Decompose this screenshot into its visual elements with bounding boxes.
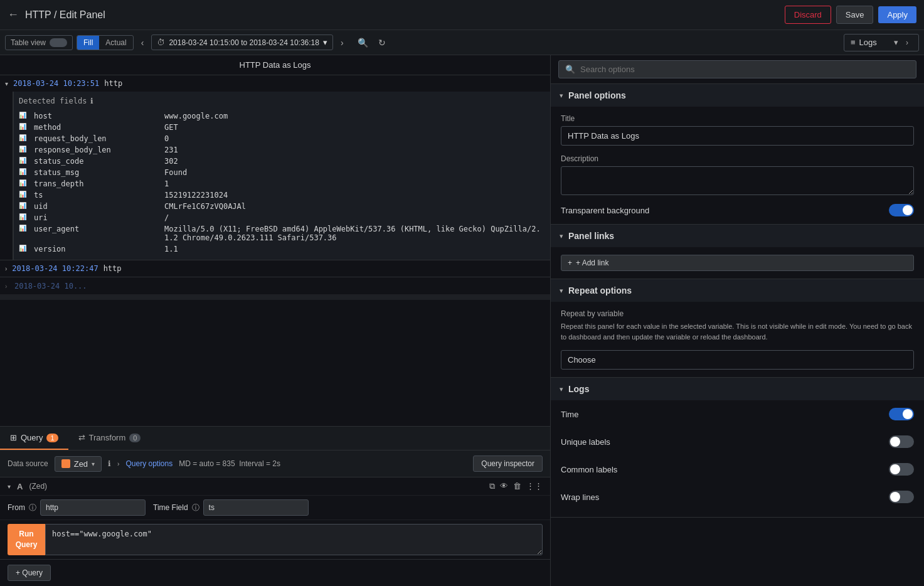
logs-time-toggle[interactable] — [889, 408, 914, 420]
title-form-group: Title — [561, 114, 914, 146]
description-input[interactable] — [561, 166, 914, 195]
discard-button[interactable]: Discard — [785, 6, 831, 24]
field-name: uid — [34, 202, 159, 211]
panel-links-header[interactable]: ▾ Panel links — [551, 225, 924, 247]
table-view-toggle[interactable] — [50, 38, 67, 47]
bar-chart-icon: 📊 — [19, 202, 29, 209]
query-meta: MD = auto = 835 Interval = 2s — [179, 459, 280, 468]
panel-content: HTTP Data as Logs ▾ 2018-03-24 10:23:51 … — [0, 55, 550, 426]
bar-chart-icon: 📊 — [19, 112, 29, 119]
logs-unique-labels-toggle[interactable] — [889, 435, 914, 448]
time-field-input[interactable] — [203, 499, 309, 516]
field-value: 1 — [164, 179, 545, 188]
repeat-options-content: Repeat by variable Repeat this panel for… — [551, 302, 924, 377]
tab-transform-badge: 0 — [129, 434, 141, 442]
fill-actual-control[interactable]: Fill Actual — [77, 35, 134, 50]
prev-time-button[interactable]: ‹ — [137, 36, 148, 49]
transparent-bg-toggle[interactable] — [889, 204, 914, 216]
field-row: 📊 method GET — [19, 122, 545, 133]
search-options-input[interactable] — [580, 65, 910, 74]
logs-section-title: Logs — [568, 384, 589, 394]
time-field-info-icon[interactable]: ⓘ — [192, 503, 199, 513]
field-row: 📊 status_code 302 — [19, 156, 545, 167]
actual-button[interactable]: Actual — [99, 36, 132, 50]
clock-icon: ⏱ — [157, 38, 165, 47]
repeat-by-variable-group: Repeat by variable Repeat this panel for… — [561, 309, 914, 370]
table-view-label: Table view — [11, 38, 46, 47]
field-name: trans_depth — [34, 179, 159, 188]
datasource-selector[interactable]: Zed ▾ — [55, 456, 102, 472]
log-entry-partial: › 2018-03-24 10... — [0, 277, 550, 295]
table-view-toggle-container[interactable]: Table view — [5, 35, 73, 50]
drag-query-icon[interactable]: ⋮⋮ — [526, 481, 543, 491]
field-name: uri — [34, 213, 159, 222]
back-icon[interactable]: ← — [8, 8, 19, 21]
query-a-actions: ⧉ 👁 🗑 ⋮⋮ — [489, 481, 543, 491]
logs-section-header[interactable]: ▾ Logs — [551, 378, 924, 400]
tab-transform-label: Transform — [89, 433, 126, 442]
visualization-selector[interactable]: ≡ Logs ▾ › — [844, 34, 919, 51]
tab-query[interactable]: ⊞ Query 1 — [0, 427, 68, 450]
time-range-picker[interactable]: ⏱ 2018-03-24 10:15:00 to 2018-03-24 10:3… — [151, 35, 333, 50]
field-value: 15219122231024 — [164, 191, 545, 200]
from-info-icon[interactable]: ⓘ — [29, 503, 36, 513]
repeat-options-title: Repeat options — [568, 285, 632, 296]
repeat-options-header[interactable]: ▾ Repeat options — [551, 279, 924, 302]
bar-chart-icon: 📊 — [19, 191, 29, 198]
main-layout: HTTP Data as Logs ▾ 2018-03-24 10:23:51 … — [0, 55, 924, 586]
run-query-button[interactable]: RunQuery — [8, 524, 45, 555]
logs-unique-labels-label: Unique labels — [561, 437, 610, 447]
query-a-collapse-arrow[interactable]: ▾ — [8, 483, 11, 490]
logs-common-labels-toggle[interactable] — [889, 463, 914, 476]
add-query-button[interactable]: + Query — [8, 565, 51, 581]
panel-options-header[interactable]: ▾ Panel options — [551, 84, 924, 107]
logs-wrap-lines-toggle[interactable] — [889, 491, 914, 503]
field-value: 231 — [164, 146, 545, 154]
datasource-name: Zed — [74, 459, 88, 469]
copy-query-icon[interactable]: ⧉ — [489, 481, 495, 491]
panel-display-title: HTTP Data as Logs — [240, 60, 311, 70]
query-options-link[interactable]: Query options — [125, 459, 173, 468]
delete-query-icon[interactable]: 🗑 — [513, 481, 521, 491]
bar-chart-icon: 📊 — [19, 134, 29, 141]
logs-wrap-lines-label: Wrap lines — [561, 493, 599, 502]
refresh-button[interactable]: ↻ — [374, 36, 390, 49]
viz-expand-button[interactable]: › — [902, 37, 912, 48]
log-expanded-1: Detected fields ℹ 📊 host www.google.com … — [13, 92, 550, 260]
logs-common-labels-row: Common labels — [561, 463, 914, 476]
logs-time-row: Time — [561, 408, 914, 420]
field-row: 📊 user_agent Mozilla/5.0 (X11; FreeBSD a… — [19, 223, 545, 243]
log-header-2[interactable]: › 2018-03-24 10:22:47 http — [0, 260, 550, 277]
repeat-options-section: ▾ Repeat options Repeat by variable Repe… — [551, 279, 924, 378]
field-name: ts — [34, 191, 159, 200]
top-bar-left: ← HTTP / Edit Panel — [8, 8, 778, 21]
from-input[interactable] — [40, 499, 146, 516]
repeat-by-variable-label: Repeat by variable — [561, 309, 914, 318]
query-input[interactable]: host=="www.google.com" — [45, 524, 543, 555]
panel-title-input[interactable] — [561, 126, 914, 146]
query-inspector-button[interactable]: Query inspector — [473, 455, 543, 472]
query-a-row: ▾ A (Zed) ⧉ 👁 🗑 ⋮⋮ — [0, 477, 550, 496]
bar-chart-icon: 📊 — [19, 225, 29, 232]
horizontal-scrollbar[interactable] — [0, 295, 550, 300]
fields-info-icon[interactable]: ℹ — [90, 97, 93, 105]
apply-button[interactable]: Apply — [878, 6, 916, 23]
next-time-button[interactable]: › — [337, 36, 348, 49]
logs-unique-labels-row: Unique labels — [561, 435, 914, 448]
logs-common-labels-label: Common labels — [561, 465, 617, 474]
log-expand-arrow-2: › — [5, 265, 7, 272]
query-panel: ⊞ Query 1 ⇄ Transform 0 Data source Zed … — [0, 426, 550, 586]
zoom-out-button[interactable]: 🔍 — [354, 36, 372, 49]
hide-query-icon[interactable]: 👁 — [500, 481, 508, 491]
tab-transform[interactable]: ⇄ Transform 0 — [68, 427, 151, 450]
add-link-button[interactable]: + + Add link — [561, 255, 914, 271]
query-a-label: A — [17, 482, 23, 491]
log-header-1[interactable]: ▾ 2018-03-24 10:23:51 http — [0, 75, 550, 92]
top-bar-actions: Discard Save Apply — [785, 6, 916, 24]
save-button[interactable]: Save — [836, 6, 874, 24]
field-value: Found — [164, 168, 545, 177]
fill-button[interactable]: Fill — [77, 36, 99, 50]
datasource-info-icon[interactable]: ℹ — [108, 459, 111, 468]
repeat-variable-select[interactable]: Choose — [561, 350, 914, 370]
query-a-source: (Zed) — [29, 482, 47, 491]
